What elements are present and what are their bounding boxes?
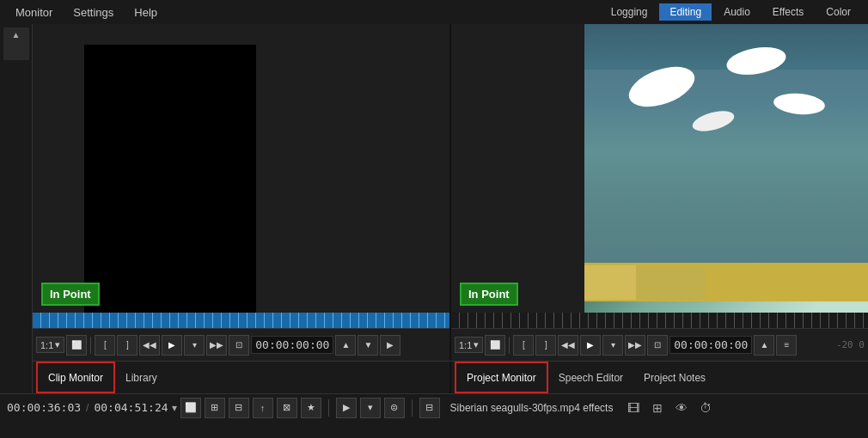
project-timeline-ticks [451,313,868,328]
clip-mark-out-btn[interactable]: ] [117,335,138,356]
tab-editing[interactable]: Editing [659,3,712,21]
seagull-svg [584,24,868,313]
menu-settings[interactable]: Settings [64,4,122,21]
collapse-button[interactable]: ▲ [3,27,29,41]
clip-monitor: In Point 1:1 ▾ ⬜ [ ] ◀◀ ▶ ▾ [33,24,451,361]
status-divider-bar [328,399,329,417]
clip-mark-in-btn[interactable]: [ [95,335,115,356]
svg-rect-9 [636,267,705,300]
monitors-container: In Point 1:1 ▾ ⬜ [ ] ◀◀ ▶ ▾ [33,24,868,393]
status-icons: 🎞 ⊞ 👁 ⏱ [623,398,716,418]
project-fullscreen-btn[interactable]: ⬜ [485,335,505,356]
project-play-dropdown[interactable]: ▾ [602,335,623,356]
project-play-btn[interactable]: ▶ [580,335,601,356]
project-zoom-chevron: ▾ [474,339,479,350]
project-timecode: 00:00:00:00 [669,336,752,354]
btab-speech-editor[interactable]: Speech Editor [548,362,633,393]
project-trim-btn[interactable]: ⊡ [647,335,668,356]
play-dropdown-btn[interactable]: ▾ [360,398,381,418]
project-tabs-section: Project Monitor Speech Editor Project No… [449,362,868,393]
grid-icon-btn[interactable]: ⊞ [647,398,668,418]
btab-project-monitor[interactable]: Project Monitor [455,362,548,393]
overwrite-btn[interactable]: ⊟ [229,398,249,418]
clip-play-btn[interactable]: ▶ [162,335,182,356]
clip-prev-btn[interactable]: ◀◀ [139,335,160,356]
clip-trim-btn[interactable]: ⊡ [229,335,249,356]
current-time: 00:00:36:03 [7,401,81,414]
clip-zoom-select[interactable]: 1:1 ▾ [36,337,64,353]
project-timeline[interactable] [451,313,868,328]
menu-bar: Monitor Settings Help Logging Editing Au… [0,0,868,24]
main-area: ▲ In Point 1:1 ▾ ⬜ [0,24,868,393]
project-mark-in-btn[interactable]: [ [513,335,534,356]
star-btn[interactable]: ★ [301,398,321,418]
tab-effects[interactable]: Effects [762,3,814,21]
clip-tc-down[interactable]: ▼ [358,335,378,356]
btab-clip-monitor[interactable]: Clip Monitor [36,362,115,393]
film-icon-btn[interactable]: 🎞 [623,398,644,418]
total-time: 00:04:51:24 [94,401,168,414]
project-menu-btn[interactable]: ≡ [776,335,797,356]
btab-project-notes[interactable]: Project Notes [633,362,716,393]
time-dropdown[interactable]: ▾ [172,402,177,414]
timer-icon-btn[interactable]: ⏱ [695,398,716,418]
clip-zoom-chevron: ▾ [55,339,60,350]
clip-timecode: 00:00:00:00 [251,336,333,354]
project-divider-1 [509,337,510,354]
clip-timeline-ticks [33,313,449,328]
clip-tabs-section: Clip Monitor Library [33,362,449,393]
tab-logging[interactable]: Logging [601,3,658,21]
project-video-area: In Point [451,24,868,313]
eye-icon-btn[interactable]: 👁 [671,398,692,418]
menu-monitor[interactable]: Monitor [7,4,61,21]
monitors-row: In Point 1:1 ▾ ⬜ [ ] ◀◀ ▶ ▾ [33,24,868,361]
clip-zoom-value: 1:1 [40,340,53,350]
thumbnail-1 [3,41,29,60]
project-control-bar: 1:1 ▾ ⬜ [ ] ◀◀ ▶ ▾ ▶▶ ⊡ 00:00:00:00 ▲ ≡ [451,328,868,361]
tab-color[interactable]: Color [816,3,861,21]
clip-fullscreen-btn[interactable]: ⬜ [66,335,87,356]
insert-btn[interactable]: ⊞ [205,398,225,418]
project-in-point-badge: In Point [460,283,518,306]
play-pause-btn[interactable]: ▶ [336,398,357,418]
clip-more-btn[interactable]: ▶ [380,335,400,356]
project-zoom-value: 1:1 [459,340,472,350]
project-prev-btn[interactable]: ◀◀ [558,335,578,356]
clip-tc-up[interactable]: ▲ [335,335,356,356]
clip-timeline[interactable] [33,313,449,328]
status-bar: 00:00:36:03 / 00:04:51:24 ▾ ⬜ ⊞ ⊟ ↑ ⊠ ★ … [0,393,868,421]
svg-rect-8 [584,265,636,300]
project-mark-out-btn[interactable]: ] [535,335,556,356]
extract-btn[interactable]: ⊠ [277,398,297,418]
subtitle-btn[interactable]: ⊟ [419,398,440,418]
project-zoom-select[interactable]: 1:1 ▾ [455,337,483,353]
status-divider-bar2 [412,399,413,417]
clip-next-btn[interactable]: ▶▶ [206,335,227,356]
divider-1 [90,337,91,354]
btab-library[interactable]: Library [115,362,168,393]
mixer-btn[interactable]: ⊜ [384,398,405,418]
time-divider: / [86,402,89,414]
clip-in-point-badge: In Point [41,283,100,306]
bottom-tabs-bar: Clip Monitor Library Project Monitor Spe… [33,361,868,393]
project-next-btn[interactable]: ▶▶ [625,335,645,356]
lift-btn[interactable]: ↑ [253,398,273,418]
filename-label: Siberian seagulls-30fps.mp4 effects [450,402,614,414]
clip-monitor-icon[interactable]: ⬜ [180,398,201,418]
tab-audio[interactable]: Audio [713,3,761,21]
clip-play-dropdown[interactable]: ▾ [184,335,205,356]
svg-rect-0 [584,70,868,267]
top-tabs: Logging Editing Audio Effects Color [601,3,861,21]
left-panel: ▲ [0,24,33,393]
project-monitor: In Point 1:1 ▾ ⬜ [ ] ◀◀ ▶ ▾ [451,24,868,361]
clip-video-area: In Point [33,24,449,313]
volume-label: -20 0 [836,339,865,350]
clip-black-screen [84,45,256,313]
clip-control-bar: 1:1 ▾ ⬜ [ ] ◀◀ ▶ ▾ ▶▶ ⊡ 00:00:00:00 ▲ ▼ … [33,328,449,361]
project-video-image [584,24,868,313]
seagull-scene [584,24,868,313]
project-tc-up[interactable]: ▲ [754,335,774,356]
menu-help[interactable]: Help [125,4,166,21]
